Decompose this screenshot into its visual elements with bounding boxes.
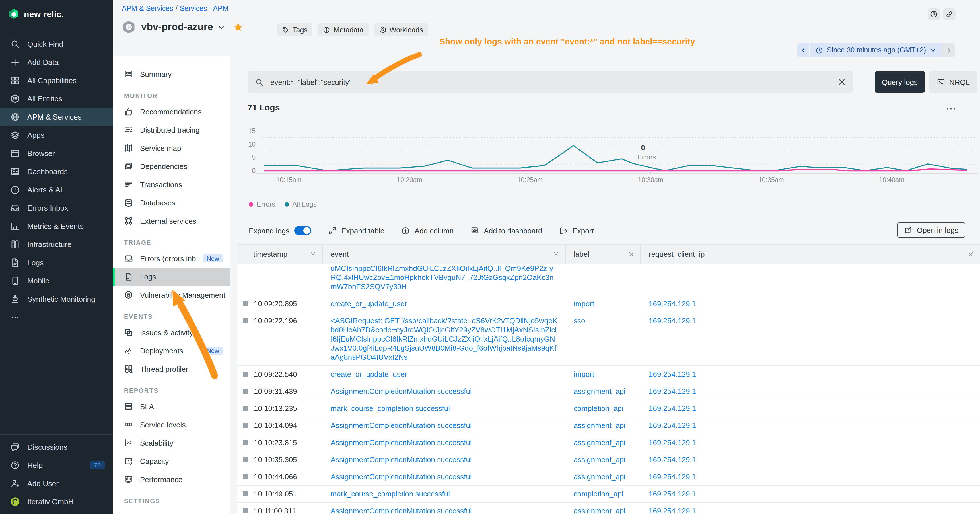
sidebar-item-help[interactable]: Help70 (0, 456, 113, 474)
sidebar-item-mobile[interactable]: Mobile (0, 272, 113, 290)
sidebar-item-logs[interactable]: Logs (0, 253, 113, 272)
ip-link[interactable]: 169.254.129.1 (649, 490, 696, 499)
log-row[interactable]: 10:09:20.895create_or_update_userimport1… (237, 295, 980, 312)
new-relic-logo[interactable]: new relic. (0, 0, 113, 19)
subnav-item-external-services[interactable]: External services (113, 212, 230, 230)
event-link[interactable]: mark_course_completion successful (331, 490, 450, 499)
row-marker-icon[interactable] (243, 457, 248, 462)
query-logs-button[interactable]: Query logs (875, 71, 925, 93)
help-button[interactable] (928, 8, 940, 21)
event-link[interactable]: AssignmentCompletionMutation successful (331, 455, 472, 465)
favorite-star-icon[interactable] (234, 22, 243, 32)
search-input[interactable] (269, 77, 853, 87)
label-link[interactable]: assignment_api (574, 421, 625, 430)
label-link[interactable]: import (574, 299, 594, 309)
sidebar-item-all-entities[interactable]: All Entities (0, 89, 113, 108)
row-marker-icon[interactable] (243, 406, 248, 411)
ip-link[interactable]: 169.254.129.1 (649, 370, 696, 379)
log-row[interactable]: 10:10:23.815AssignmentCompletionMutation… (237, 434, 980, 451)
subnav-item-databases[interactable]: Databases (113, 194, 230, 212)
sidebar-item-browser[interactable]: Browser (0, 144, 113, 162)
sidebar-item-add-user[interactable]: Add User (0, 474, 113, 492)
sidebar-item-synthetic-monitoring[interactable]: Synthetic Monitoring (0, 290, 113, 308)
log-row[interactable]: 10:09:22.540create_or_update_userimport1… (237, 366, 980, 383)
label-link[interactable]: assignment_api (574, 507, 625, 514)
column-header-timestamp[interactable]: timestamp (237, 245, 323, 264)
row-marker-icon[interactable] (243, 318, 248, 323)
expand-logs-button[interactable]: Expand logs (249, 226, 311, 235)
label-link[interactable]: sso (574, 317, 585, 326)
sidebar-item-metrics-events[interactable]: Metrics & Events (0, 217, 113, 235)
row-marker-icon[interactable] (243, 440, 248, 445)
nrql-button[interactable]: NRQL (929, 71, 977, 93)
row-marker-icon[interactable] (243, 301, 248, 306)
event-link[interactable]: AssignmentCompletionMutation successful (331, 387, 472, 396)
label-link[interactable]: assignment_api (574, 473, 625, 482)
sidebar-item-alerts-ai[interactable]: Alerts & AI (0, 180, 113, 199)
clear-search-icon[interactable] (837, 77, 846, 86)
legend-item-errors[interactable]: Errors (249, 201, 275, 208)
log-row[interactable]: 10:10:14.094AssignmentCompletionMutation… (237, 417, 980, 434)
column-header-event[interactable]: event (323, 245, 566, 264)
event-link[interactable]: JUQVU&code=eyJraWQiOiJjcGltY29yZV8wOTI1M… (331, 264, 558, 291)
row-marker-icon[interactable] (243, 372, 248, 377)
event-link[interactable]: <ASGIRequest: GET '/sso/callback/?state=… (331, 317, 558, 362)
subnav-item-scalability[interactable]: Scalability (113, 434, 230, 452)
column-header-label[interactable]: label (566, 245, 641, 264)
more-menu-icon[interactable] (946, 105, 956, 113)
open-in-logs-button[interactable]: Open in logs (897, 222, 965, 238)
add-to-dashboard-button[interactable]: Add to dashboard (471, 226, 542, 235)
sidebar-item-errors-inbox[interactable]: Errors Inbox (0, 199, 113, 217)
subnav-item-service-levels[interactable]: Service levels (113, 415, 230, 434)
label-link[interactable]: import (574, 370, 594, 379)
event-link[interactable]: mark_course_completion successful (331, 404, 450, 413)
metadata-button[interactable]: Metadata (318, 23, 369, 37)
label-link[interactable]: completion_api (574, 404, 624, 413)
expand-logs-toggle[interactable] (294, 226, 311, 235)
row-marker-icon[interactable] (243, 508, 248, 514)
breadcrumb-apm-services[interactable]: APM & Services (122, 5, 173, 13)
event-link[interactable]: create_or_update_user (331, 299, 407, 309)
sidebar-item-add-data[interactable]: Add Data (0, 53, 113, 71)
tags-button[interactable]: Tags (277, 23, 313, 37)
log-row[interactable]: 10:09:31.439AssignmentCompletionMutation… (237, 383, 980, 400)
add-column-button[interactable]: Add column (401, 226, 453, 235)
sidebar-item-discussions[interactable]: Discussions (0, 438, 113, 456)
subnav-item-transactions[interactable]: Transactions (113, 175, 230, 194)
entity-chevron-down-icon[interactable] (218, 24, 225, 31)
subnav-item-sla[interactable]: SLA (113, 397, 230, 415)
sidebar-item-infrastructure[interactable]: Infrastructure (0, 235, 113, 253)
remove-column-icon[interactable] (967, 251, 974, 258)
subnav-item-summary[interactable]: Summary (113, 65, 230, 83)
event-link[interactable]: AssignmentCompletionMutation successful (331, 507, 472, 514)
export-button[interactable]: Export (560, 226, 594, 235)
log-row[interactable]: 10:10:13.235mark_course_completion succe… (237, 400, 980, 417)
ip-link[interactable]: 169.254.129.1 (649, 507, 696, 514)
legend-item-all-logs[interactable]: All Logs (284, 201, 317, 208)
remove-column-icon[interactable] (553, 251, 560, 258)
ip-link[interactable]: 169.254.129.1 (649, 438, 696, 447)
log-row[interactable]: 10:10:35.305AssignmentCompletionMutation… (237, 451, 980, 468)
sidebar-item-dashboards[interactable]: Dashboards (0, 162, 113, 180)
log-row[interactable]: 10:10:44.066AssignmentCompletionMutation… (237, 468, 980, 485)
label-link[interactable]: assignment_api (574, 387, 625, 396)
subnav-item-capacity[interactable]: Capacity (113, 452, 230, 470)
ip-link[interactable]: 169.254.129.1 (649, 404, 696, 413)
time-picker-prev-button[interactable] (797, 43, 809, 57)
subnav-item-deployments[interactable]: DeploymentsNew (113, 342, 230, 360)
event-link[interactable]: AssignmentCompletionMutation successful (331, 473, 472, 482)
sidebar-item-apps[interactable]: Apps (0, 126, 113, 144)
row-marker-icon[interactable] (243, 389, 248, 394)
subnav-item-issues-activity[interactable]: Issues & activity (113, 323, 230, 342)
log-row[interactable]: 10:11:00.311AssignmentCompletionMutation… (237, 503, 980, 514)
sidebar-item-all-capabilities[interactable]: All Capabilities (0, 71, 113, 89)
label-link[interactable]: assignment_api (574, 438, 625, 447)
log-row[interactable]: 10:09:22.196<ASGIRequest: GET '/sso/call… (237, 312, 980, 366)
logs-timeseries-chart[interactable]: 15105010:15am10:20am10:25am10:30am10:35a… (248, 118, 980, 189)
label-link[interactable]: assignment_api (574, 455, 625, 465)
sidebar-item-more[interactable] (0, 308, 113, 326)
row-marker-icon[interactable] (243, 474, 248, 479)
subnav-item-performance[interactable]: Performance (113, 470, 230, 489)
log-search-field[interactable] (248, 71, 853, 93)
breadcrumb-services-apm[interactable]: Services - APM (180, 5, 229, 13)
